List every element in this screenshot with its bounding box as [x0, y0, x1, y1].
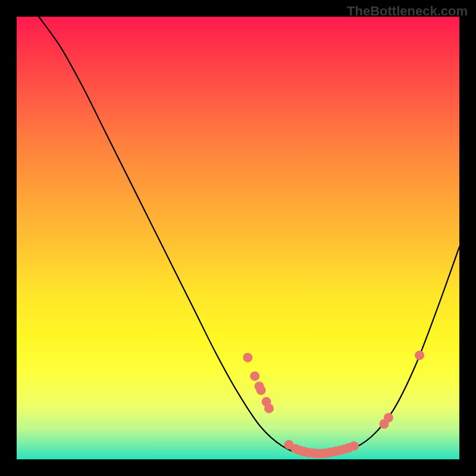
- data-marker: [256, 386, 266, 395]
- data-marker: [349, 441, 359, 451]
- data-marker: [243, 353, 252, 362]
- data-marker: [415, 350, 424, 360]
- bottleneck-curve: [39, 17, 459, 456]
- chart-svg: [17, 17, 459, 459]
- data-marker: [264, 403, 274, 413]
- data-marker: [384, 413, 393, 422]
- stage: TheBottleneck.com: [0, 0, 476, 476]
- chart-plot-area: [17, 17, 459, 459]
- data-marker: [250, 371, 259, 381]
